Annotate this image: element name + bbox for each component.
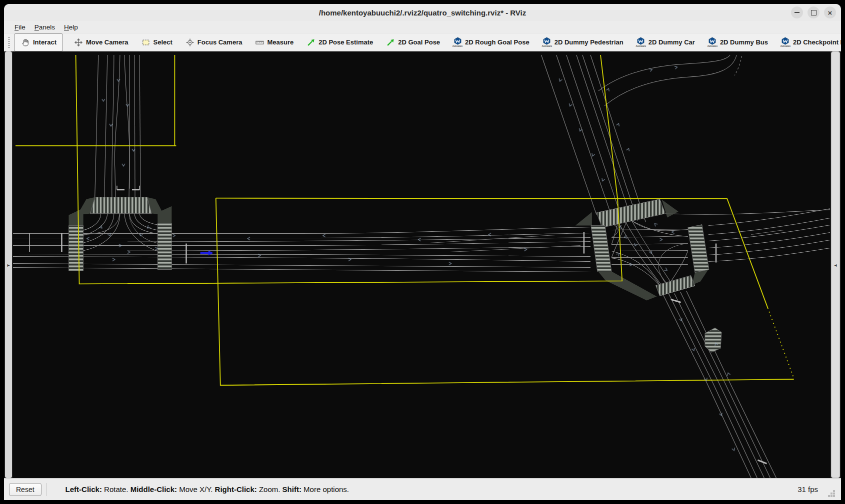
menu-file[interactable]: File [10, 22, 30, 32]
resize-grip[interactable] [833, 495, 835, 497]
tool-measure[interactable]: Measure [250, 35, 298, 50]
autoware-caption: Autoware [780, 45, 791, 47]
pose-marker [200, 251, 214, 256]
green-arrow-icon [386, 36, 396, 48]
tool-select[interactable]: Select [136, 35, 177, 50]
tool-2d-dummy-pedestrian[interactable]: Autoware 2D Dummy Pedestrian [538, 35, 628, 50]
main-area: ▸ [4, 51, 841, 478]
fps-counter: 31 fps [798, 485, 818, 494]
autoware-icon: Autoware [636, 36, 646, 48]
left-dock-arrow-icon: ▸ [7, 262, 10, 268]
tool-label: 2D Dummy Car [648, 38, 695, 46]
tool-2d-goal-pose[interactable]: 2D Goal Pose [381, 35, 444, 50]
green-arrow-icon [306, 36, 316, 48]
3d-viewport[interactable] [13, 51, 830, 478]
lane-direction-arrows [87, 65, 736, 451]
toolbar-drag-handle[interactable] [8, 37, 10, 48]
title-bar[interactable]: /home/kentoyabuuchi2/.rviz2/quatro_switc… [4, 4, 841, 21]
tool-focus-camera[interactable]: Focus Camera [180, 35, 247, 50]
status-bar: Reset Left-Click: Rotate. Middle-Click: … [4, 478, 841, 500]
tool-2d-dummy-car[interactable]: Autoware 2D Dummy Car [632, 35, 700, 50]
tool-label: Measure [267, 38, 294, 46]
tool-label: 2D Pose Estimate [318, 38, 373, 46]
tool-2d-pose-estimate[interactable]: 2D Pose Estimate [302, 35, 378, 50]
autoware-caption: Autoware [542, 45, 552, 47]
tool-label: 2D Dummy Pedestrian [554, 38, 624, 46]
window-controls: × [791, 6, 836, 18]
close-icon: × [828, 9, 832, 16]
tool-label: 2D Rough Goal Pose [465, 38, 530, 46]
tool-label: 2D Checkpoint Pose [793, 38, 841, 46]
minimize-icon [794, 12, 800, 13]
window-title: /home/kentoyabuuchi2/.rviz2/quatro_switc… [319, 8, 526, 17]
maximize-button[interactable] [808, 6, 820, 18]
rviz-window: /home/kentoyabuuchi2/.rviz2/quatro_switc… [4, 4, 841, 500]
tool-bar: Interact Move Camera Select Focus Camera [4, 33, 841, 51]
lanelet-map [13, 51, 830, 478]
tool-label: 2D Dummy Bus [720, 38, 768, 46]
reset-button[interactable]: Reset [9, 483, 42, 496]
hand-cursor-icon [20, 36, 30, 48]
focus-crosshair-icon [185, 36, 195, 48]
tool-label: Focus Camera [198, 38, 242, 46]
menu-bar: File Panels Help [4, 21, 841, 33]
maximize-icon [811, 10, 816, 15]
map-boundary-lines [16, 55, 794, 385]
menu-panels[interactable]: Panels [30, 22, 60, 32]
autoware-icon: Autoware [542, 36, 552, 48]
ruler-icon [254, 36, 264, 48]
left-dock-handle[interactable]: ▸ [5, 51, 12, 478]
move-arrows-icon [74, 36, 84, 48]
tool-label: Move Camera [86, 38, 128, 46]
autoware-caption: Autoware [452, 45, 463, 47]
right-dock-arrow-icon: ◂ [834, 262, 836, 268]
tool-2d-checkpoint-pose[interactable]: Autoware 2D Checkpoint Pose [776, 35, 841, 50]
autoware-caption: Autoware [636, 45, 646, 47]
right-dock-handle[interactable]: ◂ [831, 51, 840, 478]
minimize-button[interactable] [791, 6, 803, 18]
tool-move-camera[interactable]: Move Camera [69, 35, 133, 50]
mouse-hints: Left-Click: Rotate. Middle-Click: Move X… [53, 477, 349, 500]
tool-label: 2D Goal Pose [398, 38, 440, 46]
selection-box-icon [141, 36, 151, 48]
status-separator [46, 483, 47, 496]
tool-label: Interact [33, 38, 56, 46]
tool-2d-dummy-bus[interactable]: Autoware 2D Dummy Bus [703, 35, 772, 50]
tool-label: Select [154, 38, 172, 46]
autoware-icon: Autoware [708, 36, 718, 48]
autoware-caption: Autoware [708, 45, 718, 47]
menu-help[interactable]: Help [60, 22, 82, 32]
close-button[interactable]: × [824, 6, 836, 18]
autoware-icon: Autoware [780, 36, 790, 48]
tool-2d-rough-goal-pose[interactable]: Autoware 2D Rough Goal Pose [448, 35, 534, 50]
tool-interact[interactable]: Interact [14, 33, 63, 51]
autoware-icon: Autoware [452, 36, 462, 48]
